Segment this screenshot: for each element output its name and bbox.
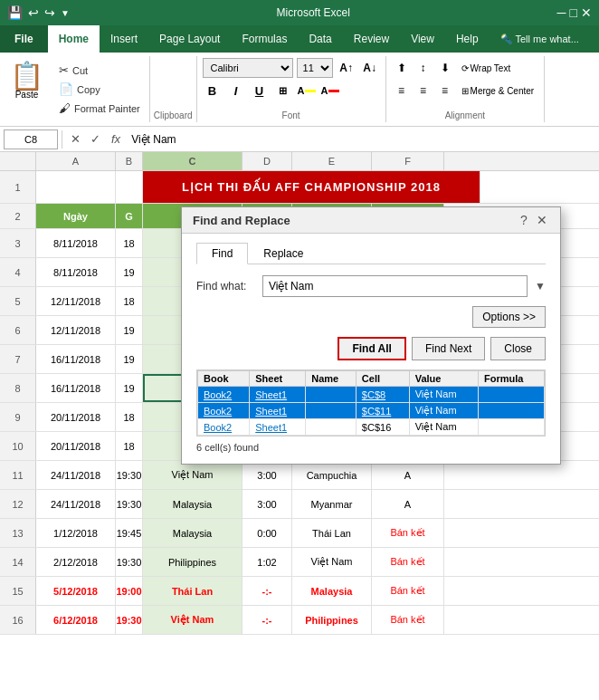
dropdown-arrow[interactable]: ▼ bbox=[61, 8, 70, 18]
copy-icon: 📄 bbox=[59, 82, 73, 96]
find-all-button[interactable]: Find All bbox=[338, 337, 406, 360]
result-name-2 bbox=[306, 403, 357, 419]
decrease-font-btn[interactable]: A↓ bbox=[360, 58, 380, 78]
border-button[interactable]: ⊞ bbox=[273, 81, 293, 101]
underline-button[interactable]: U bbox=[250, 81, 270, 101]
alignment-group-label: Alignment bbox=[392, 110, 539, 120]
clipboard-group: 📋 Paste ✂ Cut 📄 Copy 🖌 Format Painter bbox=[0, 56, 150, 122]
save-icon[interactable]: 💾 bbox=[7, 5, 23, 20]
paste-button[interactable]: 📋 Paste bbox=[4, 58, 50, 120]
result-value-1: Việt Nam bbox=[409, 387, 478, 403]
format-painter-icon: 🖌 bbox=[59, 101, 71, 115]
result-cell-1: $C$8 bbox=[356, 387, 409, 403]
paste-icon: 📋 bbox=[10, 62, 43, 90]
font-name-select[interactable]: Calibri bbox=[203, 58, 293, 78]
result-sheet-3: Sheet1 bbox=[250, 419, 306, 436]
merge-label: Merge & Center bbox=[471, 86, 535, 96]
result-row-1[interactable]: Book2 Sheet1 $C$8 Việt Nam bbox=[198, 387, 545, 403]
confirm-formula-btn[interactable]: ✓ bbox=[86, 130, 104, 149]
align-top-button[interactable]: ⬆ bbox=[392, 58, 412, 78]
find-replace-dialog: Find and Replace ? ✕ Find Replace Find w… bbox=[181, 206, 561, 465]
result-row-3[interactable]: Book2 Sheet1 $C$16 Việt Nam bbox=[198, 419, 545, 436]
wrap-text-label: Wrap Text bbox=[471, 63, 511, 73]
formula-icons: ✕ ✓ bbox=[66, 130, 104, 149]
align-center-button[interactable]: ≡ bbox=[414, 81, 433, 101]
dialog-tabs: Find Replace bbox=[196, 243, 546, 264]
cut-button[interactable]: ✂ Cut bbox=[55, 62, 144, 79]
tab-page-layout[interactable]: Page Layout bbox=[148, 25, 231, 53]
tab-insert[interactable]: Insert bbox=[100, 25, 148, 53]
close-icon[interactable]: ✕ bbox=[581, 5, 592, 20]
tab-view[interactable]: View bbox=[400, 25, 445, 53]
results-table: Book Sheet Name Cell Value Formula Book2 bbox=[197, 370, 545, 436]
ribbon-content: 📋 Paste ✂ Cut 📄 Copy 🖌 Format Painter Cl… bbox=[0, 53, 599, 127]
results-container: Book Sheet Name Cell Value Formula Book2 bbox=[196, 369, 546, 436]
name-box[interactable] bbox=[4, 129, 58, 149]
align-left-button[interactable]: ≡ bbox=[392, 81, 412, 101]
align-right-button[interactable]: ≡ bbox=[435, 81, 455, 101]
result-cell-2: $C$11 bbox=[356, 403, 409, 419]
find-row: Find what: ▼ bbox=[196, 275, 546, 297]
wrap-text-button[interactable]: ⟳ Wrap Text bbox=[457, 61, 516, 76]
increase-font-btn[interactable]: A↑ bbox=[337, 58, 357, 78]
tab-tell-me[interactable]: 🔦 Tell me what... bbox=[490, 25, 590, 53]
paste-label: Paste bbox=[15, 90, 39, 100]
close-dialog-button[interactable]: Close bbox=[490, 337, 546, 360]
tab-data[interactable]: Data bbox=[298, 25, 342, 53]
fill-color-button[interactable]: A bbox=[297, 81, 317, 101]
options-button[interactable]: Options >> bbox=[472, 306, 546, 328]
ribbon-tabs: File Home Insert Page Layout Formulas Da… bbox=[0, 25, 599, 53]
copy-button[interactable]: 📄 Copy bbox=[55, 81, 144, 98]
formula-input[interactable] bbox=[128, 133, 595, 146]
align-bottom-button[interactable]: ⬇ bbox=[435, 58, 455, 78]
dialog-overlay: Find and Replace ? ✕ Find Replace Find w… bbox=[0, 152, 599, 635]
dialog-title-bar: Find and Replace ? ✕ bbox=[182, 207, 560, 234]
formula-bar: ✕ ✓ fx bbox=[0, 127, 599, 152]
app-title: Microsoft Excel bbox=[70, 6, 557, 19]
result-cell-3: $C$16 bbox=[356, 419, 409, 436]
font-group: Calibri 11 A↑ A↓ B I U ⊞ A A Font bbox=[197, 56, 386, 122]
tab-review[interactable]: Review bbox=[343, 25, 400, 53]
result-name-3 bbox=[306, 419, 357, 436]
minimize-icon[interactable]: ─ bbox=[557, 5, 566, 20]
merge-icon: ⊞ bbox=[461, 86, 469, 96]
find-label: Find what: bbox=[196, 280, 255, 292]
font-size-select[interactable]: 11 bbox=[297, 58, 333, 78]
dialog-title: Find and Replace bbox=[193, 214, 290, 227]
merge-center-button[interactable]: ⊞ Merge & Center bbox=[457, 83, 539, 99]
format-painter-button[interactable]: 🖌 Format Painter bbox=[55, 100, 144, 117]
result-book-3: Book2 bbox=[198, 419, 250, 436]
result-row-2[interactable]: Book2 Sheet1 $C$11 Việt Nam bbox=[198, 403, 545, 419]
bold-button[interactable]: B bbox=[203, 81, 223, 101]
format-painter-label: Format Painter bbox=[74, 103, 140, 114]
font-color-button[interactable]: A bbox=[320, 81, 340, 101]
formula-divider bbox=[62, 130, 62, 149]
find-input[interactable] bbox=[262, 275, 528, 297]
cancel-formula-btn[interactable]: ✕ bbox=[66, 130, 84, 149]
dialog-help-button[interactable]: ? bbox=[517, 213, 531, 227]
result-book-1: Book2 bbox=[198, 387, 250, 403]
dialog-close-button[interactable]: ✕ bbox=[535, 213, 549, 227]
undo-icon[interactable]: ↩ bbox=[28, 5, 39, 20]
tab-formulas[interactable]: Formulas bbox=[231, 25, 298, 53]
result-book-2: Book2 bbox=[198, 403, 250, 419]
tab-home[interactable]: Home bbox=[48, 25, 100, 53]
wrap-text-icon: ⟳ bbox=[461, 63, 469, 73]
col-header-book: Book bbox=[198, 371, 250, 387]
results-footer: 6 cell(s) found bbox=[196, 440, 546, 455]
italic-button[interactable]: I bbox=[226, 81, 246, 101]
tab-replace[interactable]: Replace bbox=[248, 243, 319, 264]
maximize-icon[interactable]: □ bbox=[570, 5, 577, 20]
find-input-dropdown-icon[interactable]: ▼ bbox=[535, 280, 546, 292]
tab-file[interactable]: File bbox=[0, 25, 48, 53]
tab-find[interactable]: Find bbox=[196, 243, 248, 264]
copy-label: Copy bbox=[77, 84, 100, 95]
align-middle-button[interactable]: ↕ bbox=[414, 58, 433, 78]
redo-icon[interactable]: ↪ bbox=[44, 5, 55, 20]
find-next-button[interactable]: Find Next bbox=[412, 337, 485, 360]
result-name-1 bbox=[306, 387, 357, 403]
result-formula-3 bbox=[478, 419, 544, 436]
tab-help[interactable]: Help bbox=[445, 25, 490, 53]
result-sheet-1: Sheet1 bbox=[250, 387, 306, 403]
cut-icon: ✂ bbox=[59, 63, 69, 77]
